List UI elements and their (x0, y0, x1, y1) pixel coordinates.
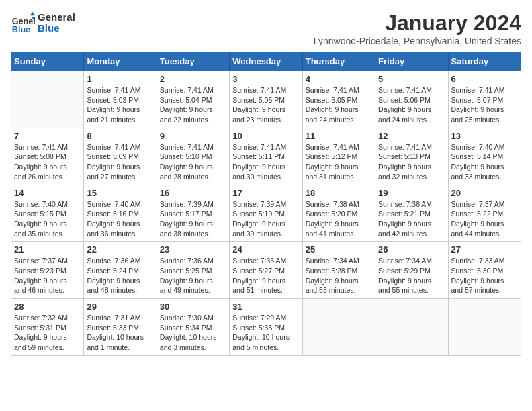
day-number: 3 (232, 74, 299, 84)
calendar-cell: 29Sunrise: 7:31 AM Sunset: 5:33 PM Dayli… (84, 299, 157, 356)
calendar-cell: 1Sunrise: 7:41 AM Sunset: 5:03 PM Daylig… (84, 71, 157, 128)
day-info: Sunrise: 7:37 AM Sunset: 5:22 PM Dayligh… (451, 199, 518, 239)
day-info: Sunrise: 7:33 AM Sunset: 5:30 PM Dayligh… (451, 256, 518, 295)
day-number: 11 (306, 131, 372, 141)
logo-text-line1: General (38, 12, 75, 24)
calendar-week-row: 7Sunrise: 7:41 AM Sunset: 5:08 PM Daylig… (11, 128, 521, 185)
calendar-cell: 11Sunrise: 7:41 AM Sunset: 5:12 PM Dayli… (302, 128, 375, 185)
day-number: 18 (306, 188, 372, 198)
day-info: Sunrise: 7:41 AM Sunset: 5:10 PM Dayligh… (160, 142, 226, 182)
day-number: 28 (14, 302, 81, 312)
day-number: 30 (160, 302, 226, 312)
calendar-week-row: 14Sunrise: 7:40 AM Sunset: 5:15 PM Dayli… (11, 185, 521, 242)
calendar-cell: 6Sunrise: 7:41 AM Sunset: 5:07 PM Daylig… (448, 71, 521, 128)
calendar-cell: 13Sunrise: 7:40 AM Sunset: 5:14 PM Dayli… (448, 128, 521, 185)
day-number: 23 (160, 244, 226, 255)
day-info: Sunrise: 7:37 AM Sunset: 5:23 PM Dayligh… (14, 256, 81, 295)
day-number: 21 (14, 244, 81, 255)
day-number: 5 (378, 74, 445, 84)
calendar-cell (448, 299, 521, 356)
calendar-cell: 16Sunrise: 7:39 AM Sunset: 5:17 PM Dayli… (157, 185, 229, 242)
day-number: 4 (306, 74, 372, 84)
day-info: Sunrise: 7:35 AM Sunset: 5:27 PM Dayligh… (232, 256, 299, 295)
day-number: 17 (232, 188, 299, 198)
logo-text-line2: Blue (38, 23, 75, 34)
day-info: Sunrise: 7:41 AM Sunset: 5:07 PM Dayligh… (451, 85, 518, 125)
day-info: Sunrise: 7:39 AM Sunset: 5:19 PM Dayligh… (232, 199, 299, 239)
day-info: Sunrise: 7:41 AM Sunset: 5:03 PM Dayligh… (87, 85, 153, 125)
header-friday: Friday (375, 52, 448, 71)
logo-icon: General Blue (11, 11, 35, 35)
day-info: Sunrise: 7:41 AM Sunset: 5:06 PM Dayligh… (378, 85, 445, 125)
header-thursday: Thursday (302, 52, 375, 71)
day-info: Sunrise: 7:41 AM Sunset: 5:09 PM Dayligh… (87, 142, 153, 182)
day-number: 13 (451, 131, 518, 141)
day-info: Sunrise: 7:36 AM Sunset: 5:25 PM Dayligh… (160, 256, 226, 295)
day-info: Sunrise: 7:41 AM Sunset: 5:05 PM Dayligh… (306, 85, 372, 125)
day-info: Sunrise: 7:31 AM Sunset: 5:33 PM Dayligh… (87, 313, 153, 353)
calendar-cell: 8Sunrise: 7:41 AM Sunset: 5:09 PM Daylig… (84, 128, 157, 185)
header-monday: Monday (84, 52, 157, 71)
day-number: 15 (87, 188, 153, 198)
day-info: Sunrise: 7:41 AM Sunset: 5:04 PM Dayligh… (160, 85, 226, 125)
calendar-cell: 12Sunrise: 7:41 AM Sunset: 5:13 PM Dayli… (375, 128, 448, 185)
calendar-cell: 7Sunrise: 7:41 AM Sunset: 5:08 PM Daylig… (11, 128, 84, 185)
calendar-cell: 20Sunrise: 7:37 AM Sunset: 5:22 PM Dayli… (448, 185, 521, 242)
header-wednesday: Wednesday (230, 52, 302, 71)
day-number: 2 (160, 74, 226, 84)
day-info: Sunrise: 7:39 AM Sunset: 5:17 PM Dayligh… (160, 199, 226, 239)
day-number: 16 (160, 188, 226, 198)
day-number: 1 (87, 74, 153, 84)
calendar-cell: 25Sunrise: 7:34 AM Sunset: 5:28 PM Dayli… (302, 242, 375, 299)
day-info: Sunrise: 7:36 AM Sunset: 5:24 PM Dayligh… (87, 256, 153, 295)
day-info: Sunrise: 7:41 AM Sunset: 5:11 PM Dayligh… (232, 142, 299, 182)
calendar-cell: 24Sunrise: 7:35 AM Sunset: 5:27 PM Dayli… (230, 242, 302, 299)
day-info: Sunrise: 7:40 AM Sunset: 5:15 PM Dayligh… (14, 199, 81, 239)
calendar-cell: 22Sunrise: 7:36 AM Sunset: 5:24 PM Dayli… (84, 242, 157, 299)
calendar-cell: 14Sunrise: 7:40 AM Sunset: 5:15 PM Dayli… (11, 185, 84, 242)
calendar-week-row: 1Sunrise: 7:41 AM Sunset: 5:03 PM Daylig… (11, 71, 521, 128)
calendar-cell: 31Sunrise: 7:29 AM Sunset: 5:35 PM Dayli… (230, 299, 302, 356)
calendar-cell: 26Sunrise: 7:34 AM Sunset: 5:29 PM Dayli… (375, 242, 448, 299)
calendar-cell: 4Sunrise: 7:41 AM Sunset: 5:05 PM Daylig… (302, 71, 375, 128)
day-info: Sunrise: 7:41 AM Sunset: 5:13 PM Dayligh… (378, 142, 445, 182)
day-info: Sunrise: 7:38 AM Sunset: 5:21 PM Dayligh… (378, 199, 445, 239)
day-number: 14 (14, 188, 81, 198)
svg-marker-2 (30, 12, 35, 15)
calendar-cell (375, 299, 448, 356)
day-info: Sunrise: 7:30 AM Sunset: 5:34 PM Dayligh… (160, 313, 226, 353)
day-info: Sunrise: 7:41 AM Sunset: 5:12 PM Dayligh… (306, 142, 372, 182)
day-number: 31 (232, 302, 299, 312)
header-tuesday: Tuesday (157, 52, 229, 71)
day-info: Sunrise: 7:40 AM Sunset: 5:14 PM Dayligh… (451, 142, 518, 182)
calendar-cell: 23Sunrise: 7:36 AM Sunset: 5:25 PM Dayli… (157, 242, 229, 299)
header-sunday: Sunday (11, 52, 84, 71)
day-info: Sunrise: 7:32 AM Sunset: 5:31 PM Dayligh… (14, 313, 81, 353)
day-number: 29 (87, 302, 153, 312)
day-number: 22 (87, 244, 153, 255)
calendar-header-row: SundayMondayTuesdayWednesdayThursdayFrid… (11, 52, 521, 71)
day-number: 19 (378, 188, 445, 198)
calendar-cell: 27Sunrise: 7:33 AM Sunset: 5:30 PM Dayli… (448, 242, 521, 299)
day-info: Sunrise: 7:38 AM Sunset: 5:20 PM Dayligh… (306, 199, 372, 239)
calendar-title: January 2024 (314, 11, 521, 36)
day-number: 20 (451, 188, 518, 198)
day-info: Sunrise: 7:41 AM Sunset: 5:08 PM Dayligh… (14, 142, 81, 182)
calendar-cell: 15Sunrise: 7:40 AM Sunset: 5:16 PM Dayli… (84, 185, 157, 242)
day-number: 12 (378, 131, 445, 141)
calendar-week-row: 28Sunrise: 7:32 AM Sunset: 5:31 PM Dayli… (11, 299, 521, 356)
calendar-cell: 17Sunrise: 7:39 AM Sunset: 5:19 PM Dayli… (230, 185, 302, 242)
day-info: Sunrise: 7:34 AM Sunset: 5:28 PM Dayligh… (306, 256, 372, 295)
day-info: Sunrise: 7:41 AM Sunset: 5:05 PM Dayligh… (232, 85, 299, 125)
day-number: 24 (232, 244, 299, 255)
day-number: 6 (451, 74, 518, 84)
calendar-cell: 18Sunrise: 7:38 AM Sunset: 5:20 PM Dayli… (302, 185, 375, 242)
calendar-cell: 19Sunrise: 7:38 AM Sunset: 5:21 PM Dayli… (375, 185, 448, 242)
header-saturday: Saturday (448, 52, 521, 71)
calendar-cell: 30Sunrise: 7:30 AM Sunset: 5:34 PM Dayli… (157, 299, 229, 356)
calendar-cell: 9Sunrise: 7:41 AM Sunset: 5:10 PM Daylig… (157, 128, 229, 185)
day-number: 10 (232, 131, 299, 141)
day-info: Sunrise: 7:34 AM Sunset: 5:29 PM Dayligh… (378, 256, 445, 295)
calendar-cell: 2Sunrise: 7:41 AM Sunset: 5:04 PM Daylig… (157, 71, 229, 128)
logo: General Blue General Blue (11, 11, 75, 35)
